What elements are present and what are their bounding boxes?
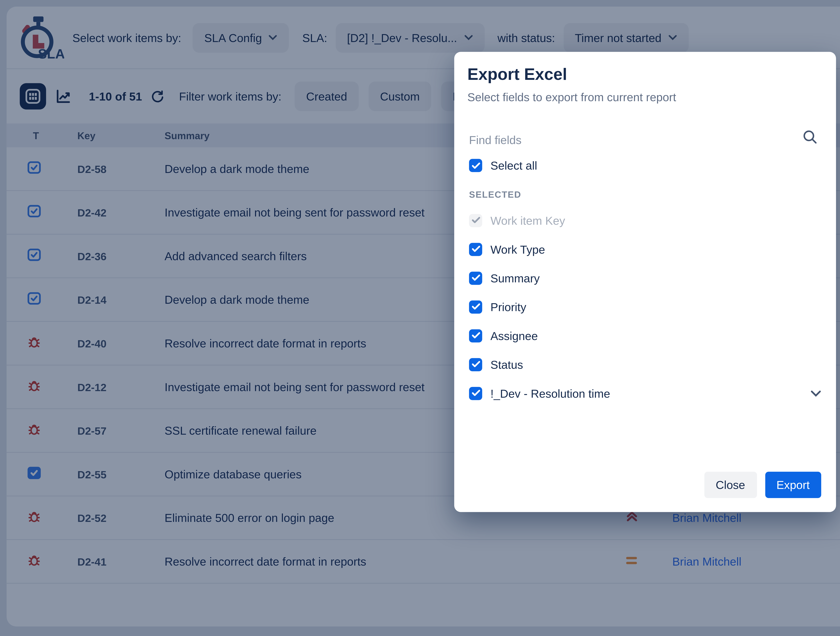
select-all-checkbox[interactable] <box>469 159 482 172</box>
app-stage: SLA Select work items by: SLA Config SLA… <box>0 0 840 636</box>
field-checkbox[interactable] <box>469 214 482 227</box>
field-checkbox[interactable] <box>469 329 482 342</box>
field-label: Work Type <box>490 242 545 255</box>
field-label: !_Dev - Resolution time <box>490 386 610 400</box>
field-checkbox[interactable] <box>469 386 482 400</box>
field-label: Summary <box>490 271 540 285</box>
find-fields-input[interactable] <box>467 128 788 152</box>
field-label: Assignee <box>490 329 538 342</box>
modal-export-button[interactable]: Export <box>765 472 821 498</box>
field-checkbox[interactable] <box>469 271 482 285</box>
field-item[interactable]: Priority <box>454 292 836 321</box>
field-item[interactable]: Work Type <box>454 235 836 263</box>
modal-subtitle: Select fields to export from current rep… <box>467 90 676 104</box>
select-all-label: Select all <box>490 159 537 172</box>
select-all-row[interactable]: Select all <box>469 157 537 175</box>
search-icon[interactable] <box>802 129 818 148</box>
field-label: Status <box>490 358 523 371</box>
field-item[interactable]: Work item Key <box>454 206 836 234</box>
modal-buttons: Close Export <box>704 472 821 498</box>
field-item[interactable]: Status <box>454 350 836 379</box>
field-label: Priority <box>490 300 526 313</box>
field-checkbox[interactable] <box>469 358 482 371</box>
field-item[interactable]: Summary <box>454 263 836 292</box>
field-item[interactable]: !_Dev - Resolution time <box>454 379 836 407</box>
modal-title: Export Excel <box>467 65 567 84</box>
selected-section-label: SELECTED <box>469 190 521 199</box>
chevron-down-icon[interactable] <box>810 390 821 396</box>
field-checkbox[interactable] <box>469 300 482 313</box>
field-checkbox[interactable] <box>469 242 482 255</box>
find-fields-row <box>467 128 823 156</box>
field-item[interactable]: Assignee <box>454 321 836 350</box>
close-button[interactable]: Close <box>704 472 756 498</box>
field-label: Work item Key <box>490 214 565 227</box>
export-excel-modal: Export Excel Select fields to export fro… <box>454 52 836 512</box>
field-list: Work item KeyWork TypeSummaryPriorityAss… <box>454 206 836 407</box>
